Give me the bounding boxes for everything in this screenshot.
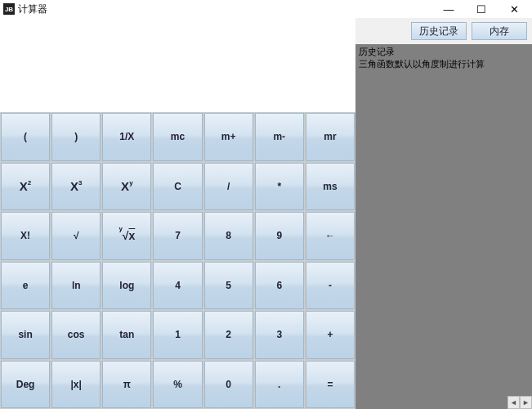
key-log[interactable]: log [102,262,151,310]
key-8[interactable]: 8 [204,212,253,260]
key-mplus[interactable]: m+ [204,113,253,161]
maximize-button[interactable]: ☐ [465,1,498,17]
scroll-right-icon[interactable]: ► [520,396,532,409]
key-plus[interactable]: + [306,311,355,359]
history-note: 三角函数默认以角度制进行计算 [359,58,529,70]
key-equals[interactable]: = [306,361,355,409]
close-button[interactable]: ✕ [498,1,530,17]
scroll-left-icon[interactable]: ◄ [507,396,520,409]
app-title: 计算器 [18,2,47,16]
key-mc[interactable]: mc [153,113,202,161]
key-xcube[interactable]: X3 [51,163,101,211]
key-2[interactable]: 2 [204,311,253,359]
key-clear[interactable]: C [153,163,202,211]
key-sin[interactable]: sin [1,311,50,359]
key-xpowy[interactable]: Xy [102,163,151,211]
key-tan[interactable]: tan [102,311,151,359]
key-e[interactable]: e [1,262,50,310]
key-mr[interactable]: mr [306,113,355,161]
tab-memory[interactable]: 内存 [472,22,527,40]
history-panel: 历史记录 三角函数默认以角度制进行计算 ◄ ► [355,44,532,409]
keypad: ( ) 1/X mc m+ m- mr X2 X3 Xy C / * ms X!… [0,112,355,409]
minimize-button[interactable]: — [432,1,465,17]
key-mminus[interactable]: m- [255,113,304,161]
tab-history[interactable]: 历史记录 [411,22,467,40]
display [0,18,355,112]
app-window: JB 计算器 — ☐ ✕ ( ) 1/X mc m+ m- mr X2 X3 X… [0,0,532,409]
key-deg[interactable]: Deg [1,361,50,409]
key-pi[interactable]: π [102,361,151,409]
key-cos[interactable]: cos [51,311,101,359]
key-xsq[interactable]: X2 [1,163,50,211]
key-multiply[interactable]: * [255,163,304,211]
key-9[interactable]: 9 [255,212,304,260]
calculator-pane: ( ) 1/X mc m+ m- mr X2 X3 Xy C / * ms X!… [0,18,355,409]
key-percent[interactable]: % [153,361,202,409]
history-scrollbar[interactable]: ◄ ► [507,396,532,409]
key-yroot[interactable]: y√x [102,212,151,260]
key-lparen[interactable]: ( [1,113,50,161]
key-ms[interactable]: ms [306,163,355,211]
key-rparen[interactable]: ) [51,113,101,161]
key-divide[interactable]: / [204,163,253,211]
key-6[interactable]: 6 [255,262,304,310]
side-panel-tabs: 历史记录 内存 [355,18,532,44]
titlebar: JB 计算器 — ☐ ✕ [0,0,532,18]
key-dot[interactable]: . [255,361,304,409]
key-sqrt[interactable]: √ [51,212,101,260]
history-heading: 历史记录 [359,46,529,58]
key-ln[interactable]: ln [51,262,101,310]
key-backspace[interactable]: ← [306,212,355,260]
app-icon: JB [3,3,15,15]
key-0[interactable]: 0 [204,361,253,409]
client-area: ( ) 1/X mc m+ m- mr X2 X3 Xy C / * ms X!… [0,18,532,409]
key-1[interactable]: 1 [153,311,202,359]
key-4[interactable]: 4 [153,262,202,310]
key-5[interactable]: 5 [204,262,253,310]
key-abs[interactable]: |x| [51,361,101,409]
key-factorial[interactable]: X! [1,212,50,260]
key-3[interactable]: 3 [255,311,304,359]
key-reciprocal[interactable]: 1/X [102,113,151,161]
key-7[interactable]: 7 [153,212,202,260]
key-minus[interactable]: - [306,262,355,310]
side-panel: 历史记录 内存 历史记录 三角函数默认以角度制进行计算 ◄ ► [355,18,532,409]
